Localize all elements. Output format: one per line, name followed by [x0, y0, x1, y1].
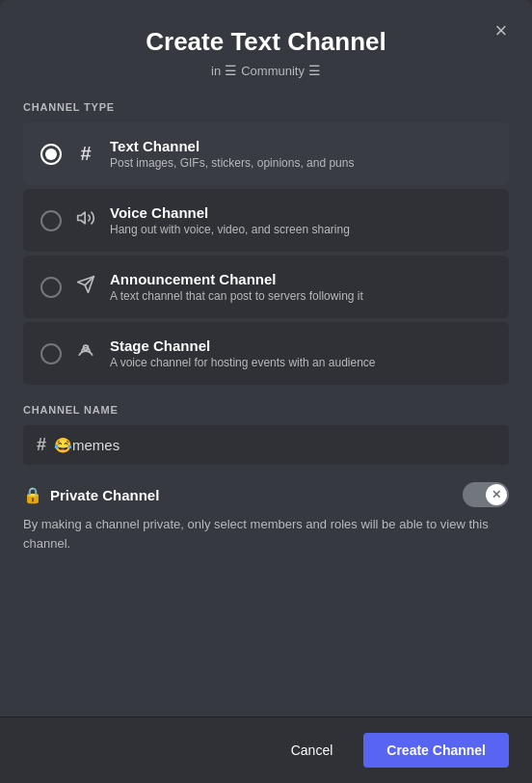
- private-channel-toggle-wrapper: ✕: [463, 482, 509, 507]
- lines-icon: ☰: [225, 63, 237, 78]
- svg-marker-0: [78, 212, 86, 224]
- channel-name-label: CHANNEL NAME: [23, 404, 509, 416]
- private-channel-toggle[interactable]: ✕: [463, 482, 509, 507]
- voice-icon: [75, 208, 96, 232]
- modal-header: Create Text Channel in ☰ Community ☰: [0, 0, 532, 86]
- modal-footer: Cancel Create Channel: [0, 716, 532, 783]
- text-channel-info: Text Channel Post images, GIFs, stickers…: [110, 138, 492, 170]
- close-button[interactable]: ×: [486, 15, 517, 46]
- private-channel-description: By making a channel private, only select…: [23, 515, 509, 553]
- radio-announcement: [40, 277, 62, 298]
- channel-name-section: CHANNEL NAME #: [23, 404, 509, 465]
- radio-inner-text: [45, 148, 57, 160]
- cancel-button[interactable]: Cancel: [272, 733, 353, 768]
- channel-type-stage[interactable]: Stage Channel A voice channel for hostin…: [23, 322, 509, 385]
- stage-channel-name: Stage Channel: [110, 338, 492, 354]
- radio-text: [40, 144, 62, 165]
- lock-icon: 🔒: [23, 486, 42, 504]
- channel-type-label: CHANNEL TYPE: [23, 101, 509, 113]
- voice-channel-desc: Hang out with voice, video, and screen s…: [110, 223, 492, 236]
- toggle-knob: ✕: [486, 484, 507, 505]
- channel-name-input[interactable]: [54, 437, 495, 453]
- voice-channel-name: Voice Channel: [110, 204, 492, 221]
- channel-name-input-wrapper: #: [23, 425, 509, 465]
- stage-channel-info: Stage Channel A voice channel for hostin…: [110, 338, 492, 369]
- lines-icon-right: ☰: [308, 63, 321, 78]
- voice-channel-info: Voice Channel Hang out with voice, video…: [110, 204, 492, 236]
- modal-subtitle: in ☰ Community ☰: [23, 63, 509, 78]
- toggle-x-icon: ✕: [492, 488, 501, 501]
- channel-type-list: # Text Channel Post images, GIFs, sticke…: [23, 122, 509, 385]
- radio-voice: [40, 210, 62, 231]
- channel-type-voice[interactable]: Voice Channel Hang out with voice, video…: [23, 189, 509, 252]
- text-channel-desc: Post images, GIFs, stickers, opinions, a…: [110, 156, 492, 170]
- private-channel-label: 🔒 Private Channel: [23, 486, 159, 504]
- subtitle-server: Community: [241, 64, 305, 78]
- subtitle-prefix: in: [211, 64, 221, 78]
- text-channel-name: Text Channel: [110, 138, 492, 154]
- announcement-icon: [75, 275, 96, 299]
- modal-body: CHANNEL TYPE # Text Channel Post images,…: [0, 86, 532, 716]
- modal-title: Create Text Channel: [23, 27, 509, 57]
- channel-name-hash-icon: #: [37, 435, 46, 455]
- stage-icon: [75, 341, 96, 365]
- create-channel-button[interactable]: Create Channel: [363, 733, 509, 768]
- announcement-channel-desc: A text channel that can post to servers …: [110, 289, 492, 303]
- private-channel-section: 🔒 Private Channel ✕ By making a channel …: [23, 482, 509, 553]
- create-channel-modal: × Create Text Channel in ☰ Community ☰ C…: [0, 0, 532, 783]
- radio-stage: [40, 343, 62, 364]
- announcement-channel-name: Announcement Channel: [110, 271, 492, 287]
- private-channel-row: 🔒 Private Channel ✕: [23, 482, 509, 507]
- private-channel-text: Private Channel: [50, 487, 159, 503]
- channel-type-text[interactable]: # Text Channel Post images, GIFs, sticke…: [23, 122, 509, 185]
- hash-icon: #: [75, 143, 96, 165]
- announcement-channel-info: Announcement Channel A text channel that…: [110, 271, 492, 303]
- stage-channel-desc: A voice channel for hosting events with …: [110, 356, 492, 369]
- channel-type-announcement[interactable]: Announcement Channel A text channel that…: [23, 256, 509, 318]
